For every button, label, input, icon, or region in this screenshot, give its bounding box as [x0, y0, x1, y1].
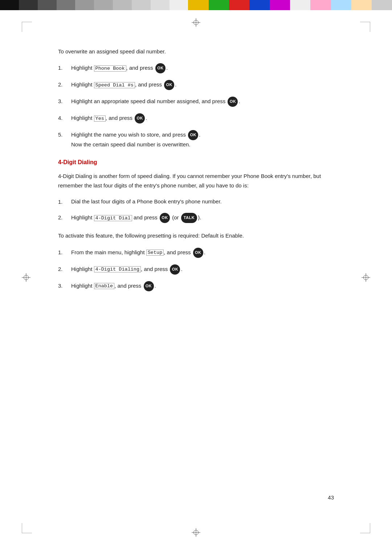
overwrite-step-1: 1. Highlight Phone Book, and press OK.: [58, 63, 334, 73]
activate-step-2: 2. Highlight 4-Digit Dialing, and press …: [58, 264, 334, 275]
step-num: 2.: [58, 80, 71, 89]
step-body: Highlight 4-Digit Dialing, and press OK.: [71, 264, 334, 275]
ok-button-4: OK: [135, 113, 145, 123]
ok-button-6: OK: [160, 213, 170, 223]
page-number: 43: [328, 494, 334, 501]
ok-button-1: OK: [155, 63, 166, 73]
step-num: 1.: [58, 248, 71, 257]
step-num: 1.: [58, 63, 71, 72]
bar-left: [0, 0, 188, 10]
step-body: Highlight Speed Dial #s, and press OK.: [71, 80, 334, 90]
intro-text: To overwrite an assigned speed dial numb…: [58, 47, 334, 56]
step-body: Highlight 4-Digit Dial and press OK (or …: [71, 213, 334, 223]
4digit-step-1: 1. Dial the last four digits of a Phone …: [58, 197, 334, 206]
step-num: 3.: [58, 97, 71, 106]
step-num: 2.: [58, 264, 71, 274]
crosshair-top: [192, 18, 200, 27]
corner-mark-tr: [360, 22, 370, 32]
ok-button-9: OK: [144, 281, 154, 291]
activate-steps-list: 1. From the main menu, highlight Setup, …: [58, 248, 334, 291]
step-num: 5.: [58, 130, 71, 139]
4digit-dialing-highlight: 4-Digit Dialing: [94, 266, 141, 272]
page-content: To overwrite an assigned speed dial numb…: [58, 47, 334, 511]
crosshair-left: [22, 273, 30, 282]
section-title: 4-Digit Dialing: [58, 159, 334, 166]
4digit-step-2: 2. Highlight 4-Digit Dial and press OK (…: [58, 213, 334, 223]
talk-button: TALK: [181, 213, 197, 223]
setup-highlight: Setup: [146, 250, 164, 256]
crosshair-right: [362, 273, 370, 282]
step-body: Dial the last four digits of a Phone Boo…: [71, 197, 334, 206]
activate-text: To activate this feature, the following …: [58, 231, 334, 240]
ok-button-5: OK: [188, 130, 198, 140]
activate-step-1: 1. From the main menu, highlight Setup, …: [58, 248, 334, 258]
section-body: 4-Digit Dialing is another form of speed…: [58, 171, 334, 190]
4digit-dial-highlight: 4-Digit Dial: [94, 215, 132, 221]
yes-highlight: Yes: [94, 116, 106, 122]
corner-mark-br: [360, 523, 370, 533]
ok-button-2: OK: [164, 80, 174, 90]
overwrite-steps-list: 1. Highlight Phone Book, and press OK. 2…: [58, 63, 334, 149]
phone-book-highlight: Phone Book: [94, 65, 126, 72]
header-color-bars: [0, 0, 392, 10]
step-num: 4.: [58, 113, 71, 122]
ok-button-8: OK: [170, 264, 180, 275]
ok-button-7: OK: [193, 248, 203, 258]
bar-right: [188, 0, 392, 10]
overwrite-step-5: 5. Highlight the name you wish to store,…: [58, 130, 334, 149]
enable-highlight: Enable: [94, 283, 115, 289]
crosshair-bottom: [192, 528, 200, 537]
step-body: Highlight Phone Book, and press OK.: [71, 63, 334, 73]
step-body: Highlight Enable, and press OK.: [71, 281, 334, 291]
step-body: Highlight the name you wish to store, an…: [71, 130, 334, 149]
corner-mark-bl: [22, 523, 32, 533]
overwrite-step-3: 3. Highlight an appropriate speed dial n…: [58, 97, 334, 107]
activate-step-3: 3. Highlight Enable, and press OK.: [58, 281, 334, 291]
step-num: 1.: [58, 197, 71, 206]
speed-dial-highlight: Speed Dial #s: [94, 82, 135, 88]
4digit-steps-list: 1. Dial the last four digits of a Phone …: [58, 197, 334, 223]
overwrite-step-2: 2. Highlight Speed Dial #s, and press OK…: [58, 80, 334, 90]
ok-button-3: OK: [228, 97, 238, 107]
step-num: 2.: [58, 213, 71, 222]
corner-mark-tl: [22, 22, 32, 32]
step-body: Highlight an appropriate speed dial numb…: [71, 97, 334, 107]
step-body: Highlight Yes, and press OK.: [71, 113, 334, 123]
step-num: 3.: [58, 281, 71, 290]
step-body: From the main menu, highlight Setup, and…: [71, 248, 334, 258]
overwrite-step-4: 4. Highlight Yes, and press OK.: [58, 113, 334, 123]
